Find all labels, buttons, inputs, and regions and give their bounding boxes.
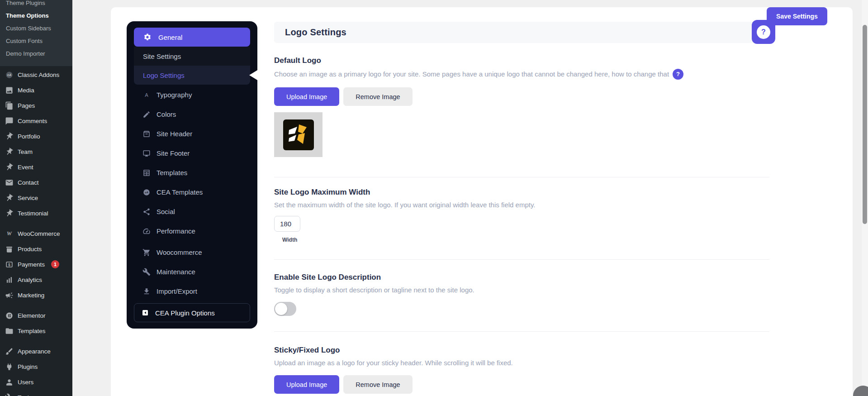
sidebar-menu-item[interactable]: Pages: [0, 98, 72, 113]
theme-nav-item[interactable]: Maintenance: [134, 262, 250, 281]
gear-icon: [143, 33, 152, 42]
theme-nav-sub-item[interactable]: Site Settings: [134, 47, 250, 66]
scrollbar-track[interactable]: [862, 0, 868, 396]
pin-icon: [5, 209, 14, 218]
theme-nav-item-label: Woocommerce: [157, 248, 202, 256]
sidebar-menu-item[interactable]: Analytics: [0, 272, 72, 287]
theme-submenu: Theme Plugins Theme Options Custom Sideb…: [0, 0, 72, 66]
theme-nav-item-label: Colors: [157, 110, 176, 118]
logo-description-title: Enable Site Logo Description: [274, 273, 769, 282]
sticky-logo-buttons: Upload Image Remove Image: [274, 375, 769, 394]
submenu-item[interactable]: Custom Fonts: [0, 34, 72, 47]
sidebar-menu-item[interactable]: Event: [0, 159, 72, 175]
site-logo-description-toggle[interactable]: [274, 302, 296, 316]
cea-plugin-options-button[interactable]: CEA Plugin Options: [134, 303, 250, 322]
sidebar-menu-item[interactable]: Team: [0, 144, 72, 159]
sidebar-menu-item[interactable]: Templates: [0, 323, 72, 339]
site-logo-image: [283, 119, 314, 150]
theme-nav-item[interactable]: Typography: [134, 85, 250, 105]
sidebar-menu-item[interactable]: Products: [0, 241, 72, 257]
sidebar-menu-item-label: Appearance: [18, 348, 51, 355]
theme-nav-item[interactable]: CEA Templates: [134, 182, 250, 202]
theme-nav-item[interactable]: Site Header: [134, 124, 250, 143]
theme-nav-item[interactable]: Social: [134, 202, 250, 221]
sidebar-menu-item[interactable]: Payments 1: [0, 257, 72, 272]
logo-description-description: Toggle to display a short description or…: [274, 286, 769, 295]
sidebar-menu-item[interactable]: Service: [0, 190, 72, 205]
plugin-box-icon: [141, 308, 150, 317]
logo-max-width-input[interactable]: [274, 216, 300, 232]
sidebar-menu-item[interactable]: Elementor: [0, 308, 72, 323]
sidebar-menu-item-label: Elementor: [18, 312, 46, 319]
remove-image-button[interactable]: Remove Image: [343, 375, 412, 394]
upload-image-button[interactable]: Upload Image: [274, 87, 339, 106]
theme-nav-item-label: Site Header: [157, 130, 192, 138]
upload-image-button[interactable]: Upload Image: [274, 375, 339, 394]
sidebar-menu-item[interactable]: Appearance: [0, 344, 72, 359]
submenu-item[interactable]: Demo Importer: [0, 47, 72, 60]
theme-nav-item-label: Performance: [157, 227, 195, 235]
theme-nav-sub-item[interactable]: Logo Settings: [134, 66, 250, 85]
theme-nav-item-label: Maintenance: [157, 268, 195, 276]
plug-icon: [5, 362, 14, 371]
tab-general[interactable]: General: [134, 28, 250, 47]
scrollbar-thumb[interactable]: [863, 25, 867, 224]
theme-nav-item[interactable]: Woocommerce: [134, 243, 250, 262]
default-logo-buttons: Upload Image Remove Image: [274, 87, 769, 106]
sidebar-menu-item[interactable]: Contact: [0, 175, 72, 190]
wrench-icon: [142, 267, 151, 277]
sticky-logo-description: Upload an image as a logo for your stick…: [274, 358, 769, 367]
sidebar-menu-item[interactable]: Users: [0, 374, 72, 390]
sidebar-menu-item[interactable]: Media: [0, 82, 72, 98]
wp-admin-sidebar: Theme Plugins Theme Options Custom Sideb…: [0, 0, 72, 396]
sidebar-menu-item[interactable]: Plugins: [0, 359, 72, 374]
logo-preview[interactable]: [274, 112, 323, 157]
theme-nav-item[interactable]: Import/Export: [134, 281, 250, 301]
sidebar-menu-item-label: Users: [18, 379, 33, 386]
chart-icon: [5, 275, 14, 284]
grid-icon: [142, 168, 151, 177]
monitor-icon: [142, 149, 151, 158]
submenu-item[interactable]: Custom Sidebars: [0, 22, 72, 34]
sidebar-menu-item[interactable]: Portfolio: [0, 129, 72, 144]
sidebar-menu-item[interactable]: Comments: [0, 113, 72, 129]
count-badge: 1: [51, 260, 59, 268]
theme-nav-sub-item-label: Site Settings: [143, 52, 181, 60]
theme-nav-item[interactable]: Site Footer: [134, 143, 250, 163]
pages-icon: [5, 101, 14, 110]
submenu-item-label: Demo Importer: [6, 50, 45, 57]
sidebar-menu-item[interactable]: Marketing: [0, 287, 72, 303]
theme-nav-list: Typography Colors Site Header Site Foote…: [127, 85, 257, 301]
corner-widget[interactable]: [853, 386, 868, 396]
remove-image-button[interactable]: Remove Image: [343, 87, 412, 106]
sidebar-menu-item-label: Tools: [18, 394, 32, 396]
pin-icon: [5, 132, 14, 141]
sidebar-menu-item[interactable]: WooCommerce: [0, 226, 72, 241]
woo-icon: [5, 229, 14, 238]
speed-icon: [142, 227, 151, 236]
theme-nav-item[interactable]: Performance: [134, 221, 250, 241]
theme-nav-item[interactable]: Colors: [134, 105, 250, 124]
theme-options-nav: General Site Settings Logo Settings Typo…: [127, 21, 257, 329]
sidebar-menu-item[interactable]: Classic Addons: [0, 67, 72, 82]
tab-general-label: General: [158, 33, 182, 41]
logo-settings-panel: Logo Settings Default Logo Choose an ima…: [274, 22, 769, 394]
sidebar-menu-item-label: WooCommerce: [18, 230, 60, 237]
save-settings-button[interactable]: Save Settings: [767, 7, 827, 25]
submenu-item[interactable]: Theme Options: [0, 9, 72, 22]
submenu-item[interactable]: Theme Plugins: [0, 0, 72, 9]
section-divider: [274, 259, 769, 260]
sidebar-menu-item[interactable]: Tools: [0, 390, 72, 396]
box-icon: [5, 244, 14, 253]
theme-nav-item[interactable]: Templates: [134, 163, 250, 182]
submenu-item-label: Custom Fonts: [6, 38, 43, 44]
download-icon: [142, 287, 151, 296]
pen-icon: [142, 110, 151, 119]
sidebar-menu-item-label: Event: [18, 164, 33, 171]
default-logo-description: Choose an image as a primary logo for yo…: [274, 69, 769, 80]
inline-help-icon[interactable]: ?: [673, 69, 683, 80]
sidebar-menu-item[interactable]: Testimonial: [0, 205, 72, 221]
sidebar-menu-item-label: Comments: [18, 118, 47, 124]
sidebar-menu-item-label: Pages: [18, 102, 35, 109]
wp-admin-menu: Classic Addons Media Pages Comments: [0, 66, 72, 396]
